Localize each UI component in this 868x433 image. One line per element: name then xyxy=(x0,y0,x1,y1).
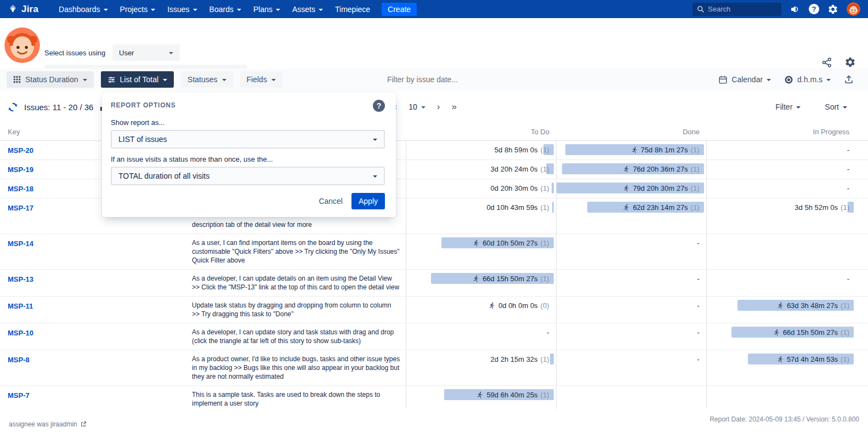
statuses-select[interactable]: Statuses xyxy=(181,71,232,88)
duration-value: 5d 8h 59m 0s xyxy=(495,146,538,154)
duration-cell-todo: 3d 20h 24m 0s(1) xyxy=(406,160,556,179)
duration-cell-inprogress: 63d 3h 48m 27s(1) xyxy=(706,297,868,323)
share-button[interactable] xyxy=(821,56,832,68)
issue-key-link[interactable]: MSP-20 xyxy=(8,146,33,155)
duration-value: 66d 15h 50m 27s xyxy=(483,275,537,283)
table-row: MSP-14As a user, I can find important it… xyxy=(0,234,868,270)
table-row: MSP-8As a product owner, I'd like to inc… xyxy=(0,350,868,386)
visit-count: (1) xyxy=(541,391,549,399)
nav-item-plans[interactable]: Plans xyxy=(247,0,286,18)
footer-change-note-link[interactable]: assignee was jiraadmin xyxy=(9,415,87,433)
issue-date-filter-input[interactable] xyxy=(387,75,491,84)
show-report-label: Show report as... xyxy=(111,118,385,127)
calendar-icon xyxy=(718,75,728,84)
column-header-todo[interactable]: To Do xyxy=(406,123,556,141)
issue-summary: As a developer, I can update story and t… xyxy=(191,323,406,350)
nav-item-timepiece[interactable]: Timepiece xyxy=(329,0,376,18)
show-report-select[interactable]: LIST of issues xyxy=(111,130,385,149)
cancel-button[interactable]: Cancel xyxy=(312,193,349,209)
announcements-button[interactable] xyxy=(790,4,801,15)
visit-count: (1) xyxy=(691,165,700,173)
duration-value: 62d 23h 14m 27s xyxy=(633,203,688,212)
duration-cell-inprogress: 66d 15h 50m 27s(1) xyxy=(706,323,868,350)
chevron-down-icon xyxy=(271,79,276,81)
jira-logo-icon xyxy=(8,4,18,14)
runner-icon xyxy=(473,240,480,247)
report-type-select[interactable]: Status Duration xyxy=(7,71,94,88)
issue-key-link[interactable]: MSP-11 xyxy=(8,302,33,310)
runner-icon xyxy=(623,204,630,211)
export-button[interactable] xyxy=(844,75,854,84)
issue-source-mode-select[interactable]: User xyxy=(112,44,180,61)
duration-value: 3d 20h 24m 0s xyxy=(491,165,538,173)
view-mode-select[interactable]: List of Total xyxy=(101,71,174,88)
top-navbar: Jira Dashboards Projects Issues Boards P… xyxy=(0,0,868,18)
nav-item-issues[interactable]: Issues xyxy=(161,0,203,18)
issue-key-cell: MSP-13 xyxy=(0,270,191,297)
nav-item-projects[interactable]: Projects xyxy=(114,0,162,18)
sort-select[interactable]: Sort xyxy=(825,102,847,111)
column-header-done[interactable]: Done xyxy=(556,123,706,141)
help-button[interactable]: ? xyxy=(809,4,819,14)
filter-select[interactable]: Filter xyxy=(775,102,801,111)
report-options-dialog: REPORT OPTIONS ? Show report as... LIST … xyxy=(102,92,396,217)
column-header-inprogress[interactable]: In Progress xyxy=(706,123,868,141)
issue-key-link[interactable]: MSP-14 xyxy=(8,240,33,248)
chevron-down-icon xyxy=(373,175,377,178)
calendar-select[interactable]: Calendar xyxy=(718,75,771,84)
chevron-down-icon xyxy=(843,106,847,109)
issue-key-link[interactable]: MSP-7 xyxy=(8,391,30,400)
duration-cell-done: 62d 23h 14m 27s(1) xyxy=(556,198,706,234)
duration-cell-todo: 0d 20h 30m 0s(1) xyxy=(406,179,556,198)
create-button[interactable]: Create xyxy=(382,3,417,16)
chevron-down-icon xyxy=(319,9,323,11)
chevron-down-icon xyxy=(163,79,167,81)
table-row: MSP-13As a developer, I can update detai… xyxy=(0,270,868,297)
issue-key-link[interactable]: MSP-19 xyxy=(8,166,33,174)
gear-icon xyxy=(844,56,856,68)
issue-key-cell: MSP-10 xyxy=(0,323,191,350)
jira-logo[interactable]: Jira xyxy=(8,4,38,15)
duration-value: 59d 6h 40m 25s xyxy=(486,391,537,399)
sliders-icon xyxy=(107,76,116,84)
issue-key-link[interactable]: MSP-13 xyxy=(8,275,33,283)
apply-button[interactable]: Apply xyxy=(351,193,385,209)
issue-key-link[interactable]: MSP-18 xyxy=(8,185,33,193)
page-size-select[interactable]: 10 xyxy=(409,102,426,111)
nav-item-assets[interactable]: Assets xyxy=(286,0,329,18)
search-input[interactable] xyxy=(693,3,781,16)
issue-key-link[interactable]: MSP-10 xyxy=(8,329,33,337)
refresh-button[interactable] xyxy=(8,102,18,112)
next-page-button[interactable]: › xyxy=(437,101,440,112)
nav-item-boards[interactable]: Boards xyxy=(203,0,247,18)
admin-settings-button[interactable] xyxy=(827,4,838,15)
duration-cell-done: 75d 8h 1m 27s(1) xyxy=(556,141,706,160)
grid-icon xyxy=(13,76,21,83)
report-source-panel: Select issues using User Gizem Gökçe xyxy=(0,18,868,69)
time-format-select[interactable]: d.h.m.s xyxy=(784,75,831,84)
duration-value: 75d 8h 1m 27s xyxy=(641,146,688,154)
visit-count: (1) xyxy=(691,146,700,154)
visit-count: (1) xyxy=(841,328,849,337)
duration-cell-inprogress: - xyxy=(706,179,868,198)
duration-value: - xyxy=(697,275,699,283)
dialog-help-button[interactable]: ? xyxy=(373,100,385,112)
nav-item-dashboards[interactable]: Dashboards xyxy=(53,0,114,18)
issue-key-link[interactable]: MSP-17 xyxy=(8,204,33,212)
dialog-title: REPORT OPTIONS xyxy=(111,100,176,109)
duration-cell-done: - xyxy=(556,323,706,350)
multi-visit-select[interactable]: TOTAL duration of all visits xyxy=(111,167,385,185)
visit-count: (0) xyxy=(541,301,549,310)
user-avatar[interactable] xyxy=(847,2,860,16)
duration-value: - xyxy=(847,146,849,154)
help-icon: ? xyxy=(809,4,819,14)
issue-key-link[interactable]: MSP-8 xyxy=(8,356,30,364)
fields-select[interactable]: Fields xyxy=(240,71,282,88)
report-settings-button[interactable] xyxy=(844,56,856,68)
chevron-down-icon xyxy=(193,9,197,11)
visit-count: (1) xyxy=(691,184,700,192)
chevron-down-icon xyxy=(169,52,173,54)
runner-icon xyxy=(473,275,480,282)
last-page-button[interactable]: » xyxy=(451,101,456,112)
chevron-down-icon xyxy=(237,9,241,11)
